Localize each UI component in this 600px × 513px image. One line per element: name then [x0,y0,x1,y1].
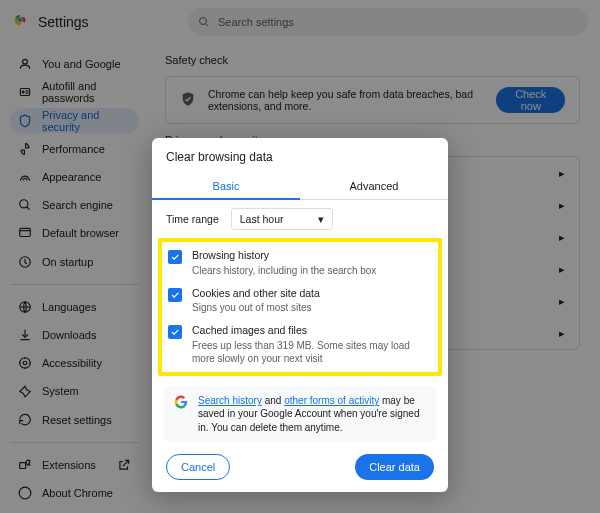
time-range-select[interactable]: Last hour ▾ [231,208,333,230]
highlighted-checklist: Browsing historyClears history, includin… [158,238,442,376]
google-activity-info: Search history and other forms of activi… [164,386,436,443]
tab-basic[interactable]: Basic [152,174,300,200]
chevron-down-icon: ▾ [318,213,324,225]
cancel-button[interactable]: Cancel [166,454,230,480]
check-desc: Signs you out of most sites [192,301,320,314]
search-history-link[interactable]: Search history [198,395,262,406]
google-logo-icon [174,395,188,409]
clear-data-button[interactable]: Clear data [355,454,434,480]
checkbox[interactable] [168,250,182,264]
check-desc: Clears history, including in the search … [192,264,376,277]
dialog-buttons: Cancel Clear data [152,442,448,480]
time-range-value: Last hour [240,213,284,225]
tab-advanced[interactable]: Advanced [300,174,448,199]
check-row-2: Cached images and filesFrees up less tha… [166,319,434,370]
check-title: Cached images and files [192,324,432,338]
dialog-title: Clear browsing data [152,138,448,174]
time-range-row: Time range Last hour ▾ [152,200,448,238]
check-desc: Frees up less than 319 MB. Some sites ma… [192,339,432,365]
check-title: Browsing history [192,249,376,263]
check-row-0: Browsing historyClears history, includin… [166,244,434,282]
check-row-1: Cookies and other site dataSigns you out… [166,282,434,320]
checkbox[interactable] [168,288,182,302]
other-activity-link[interactable]: other forms of activity [284,395,379,406]
checkbox[interactable] [168,325,182,339]
dialog-tabs: Basic Advanced [152,174,448,200]
modal-overlay: Clear browsing data Basic Advanced Time … [0,0,600,513]
clear-browsing-data-dialog: Clear browsing data Basic Advanced Time … [152,138,448,492]
info-text: Search history and other forms of activi… [198,394,426,435]
time-range-label: Time range [166,213,219,225]
check-title: Cookies and other site data [192,287,320,301]
